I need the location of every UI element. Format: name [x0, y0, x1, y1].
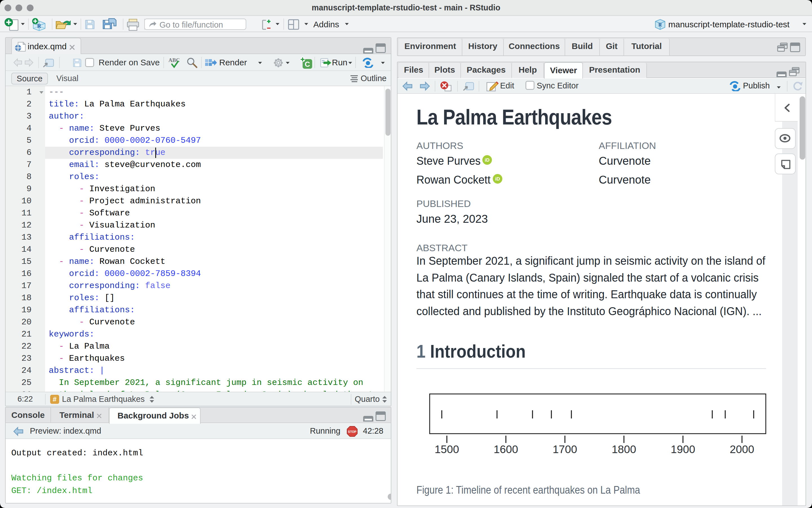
svg-text:STOP: STOP	[348, 430, 356, 433]
svg-text:1800: 1800	[612, 443, 636, 455]
svg-text:1600: 1600	[494, 443, 518, 455]
svg-text:iD: iD	[495, 176, 500, 182]
svg-text:1700: 1700	[553, 443, 577, 455]
svg-text:R: R	[658, 22, 662, 28]
svg-text:C: C	[305, 60, 310, 69]
svg-text:2000: 2000	[730, 443, 754, 455]
svg-text:iD: iD	[485, 158, 490, 163]
svg-text:R: R	[37, 23, 41, 29]
svg-text:1500: 1500	[435, 443, 459, 455]
svg-text:1900: 1900	[671, 443, 695, 455]
